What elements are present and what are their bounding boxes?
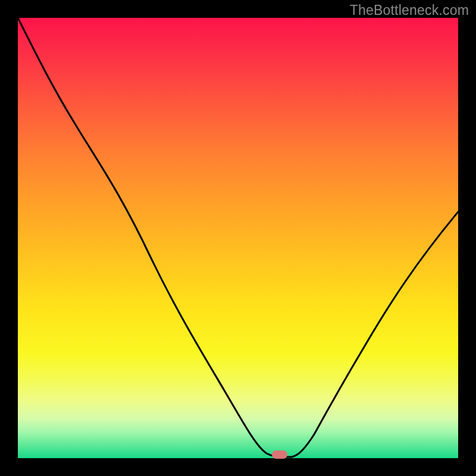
optimal-marker xyxy=(272,450,287,459)
plot-area xyxy=(18,18,458,458)
chart-frame: TheBottleneck.com xyxy=(0,0,476,476)
watermark-text: TheBottleneck.com xyxy=(350,2,469,18)
bottleneck-curve xyxy=(18,18,458,458)
